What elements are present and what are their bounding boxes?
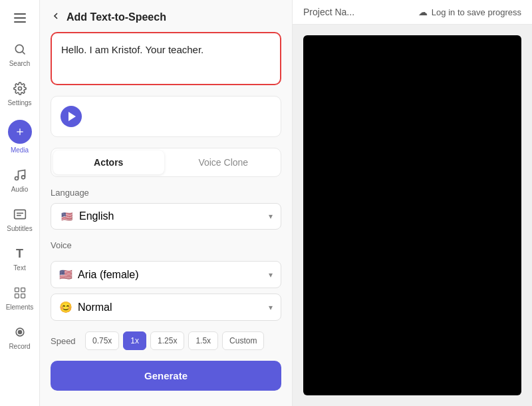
sidebar-label-elements: Elements xyxy=(6,304,34,311)
voice-tone-emoji-icon: 😊 xyxy=(59,301,72,313)
voice-name-value: Aria (female) xyxy=(78,269,139,281)
panel-content: Hello. I am Kristof. Your teacher. Actor… xyxy=(40,32,292,401)
sidebar-item-media[interactable]: Media xyxy=(3,114,37,159)
elements-icon xyxy=(12,285,28,301)
speed-075x-button[interactable]: 0.75x xyxy=(85,331,119,350)
main-area: Project Na... ☁ Log in to save progress xyxy=(293,0,532,406)
svg-rect-13 xyxy=(21,294,25,298)
language-section: Language 🇺🇸 English ▾ xyxy=(51,188,281,230)
svg-point-0 xyxy=(15,45,23,53)
subtitles-icon xyxy=(12,206,28,222)
svg-point-6 xyxy=(21,176,25,179)
save-progress-label: Log in to save progress xyxy=(432,7,521,17)
hamburger-icon xyxy=(14,13,26,23)
hamburger-menu[interactable] xyxy=(0,8,39,33)
svg-point-2 xyxy=(18,87,21,91)
back-button[interactable] xyxy=(51,11,61,24)
speed-custom-button[interactable]: Custom xyxy=(222,331,264,350)
voice-name-dropdown[interactable]: 🇺🇸 Aria (female) ▾ xyxy=(51,261,281,288)
sidebar-label-search: Search xyxy=(9,60,31,67)
settings-icon xyxy=(12,81,28,97)
sidebar-item-elements[interactable]: Elements xyxy=(3,280,37,316)
speed-15x-button[interactable]: 1.5x xyxy=(188,331,218,350)
sidebar-label-record: Record xyxy=(9,343,30,350)
sidebar-label-settings: Settings xyxy=(7,99,31,106)
voice-label: Voice xyxy=(51,240,281,250)
sidebar-item-search[interactable]: Search xyxy=(3,36,37,73)
voice-flag-icon: 🇺🇸 xyxy=(59,268,72,281)
voice-tone-dropdown[interactable]: 😊 Normal ▾ xyxy=(51,294,281,321)
video-preview xyxy=(303,35,521,395)
text-icon: T xyxy=(12,246,28,262)
speed-section: Speed 0.75x 1x 1.25x 1.5x Custom xyxy=(51,331,281,350)
generate-button[interactable]: Generate xyxy=(51,361,281,391)
svg-rect-11 xyxy=(21,288,25,292)
svg-line-1 xyxy=(22,52,25,55)
play-triangle-icon xyxy=(68,112,76,121)
sidebar-label-subtitles: Subtitles xyxy=(7,225,32,232)
tabs-container: Actors Voice Clone xyxy=(51,148,281,177)
voice-tone-value: Normal xyxy=(78,302,112,313)
sidebar-item-record[interactable]: Record xyxy=(3,319,37,355)
voice-name-chevron-icon: ▾ xyxy=(269,270,273,280)
play-button[interactable] xyxy=(61,106,82,127)
language-label: Language xyxy=(51,188,281,198)
tab-actors[interactable]: Actors xyxy=(53,150,164,174)
panel-title: Add Text-to-Speech xyxy=(66,11,166,23)
sidebar: Search Settings Media Audio Subtitles T … xyxy=(0,0,40,406)
voice-section: Voice 🇺🇸 Aria (female) ▾ 😊 Normal ▾ xyxy=(51,240,281,321)
language-flag: 🇺🇸 xyxy=(59,211,74,222)
sidebar-item-subtitles[interactable]: Subtitles xyxy=(3,201,37,238)
speed-options: 0.75x 1x 1.25x 1.5x Custom xyxy=(85,331,264,350)
sidebar-item-settings[interactable]: Settings xyxy=(3,75,37,112)
speed-label: Speed xyxy=(51,336,78,346)
sidebar-label-text: Text xyxy=(13,264,25,272)
cloud-icon: ☁ xyxy=(418,7,428,17)
record-icon xyxy=(12,324,28,340)
speed-125x-button[interactable]: 1.25x xyxy=(150,331,184,350)
sidebar-label-media: Media xyxy=(11,146,29,154)
svg-point-15 xyxy=(18,331,21,334)
language-chevron-icon: ▾ xyxy=(269,212,273,221)
media-icon xyxy=(8,120,32,144)
sidebar-item-audio[interactable]: Audio xyxy=(3,162,37,198)
text-input-box[interactable]: Hello. I am Kristof. Your teacher. xyxy=(51,32,281,85)
voice-tone-chevron-icon: ▾ xyxy=(269,303,273,312)
audio-icon xyxy=(12,167,28,183)
svg-rect-12 xyxy=(15,294,19,298)
text-input-content: Hello. I am Kristof. Your teacher. xyxy=(61,44,203,55)
svg-rect-7 xyxy=(14,210,25,218)
play-area xyxy=(51,96,281,137)
main-topbar: Project Na... ☁ Log in to save progress xyxy=(293,0,532,25)
language-value: English xyxy=(79,210,114,222)
tab-voice-clone[interactable]: Voice Clone xyxy=(168,150,279,174)
panel: Add Text-to-Speech Hello. I am Kristof. … xyxy=(40,0,293,406)
svg-rect-10 xyxy=(15,288,19,292)
search-icon xyxy=(12,41,28,57)
panel-header: Add Text-to-Speech xyxy=(40,0,292,32)
language-dropdown[interactable]: 🇺🇸 English ▾ xyxy=(51,203,281,230)
svg-point-5 xyxy=(15,177,18,180)
project-name: Project Na... xyxy=(303,7,354,17)
speed-1x-button[interactable]: 1x xyxy=(123,331,146,350)
sidebar-item-text[interactable]: T Text xyxy=(3,240,37,277)
sidebar-label-audio: Audio xyxy=(11,186,29,193)
save-progress-button[interactable]: ☁ Log in to save progress xyxy=(418,7,521,17)
